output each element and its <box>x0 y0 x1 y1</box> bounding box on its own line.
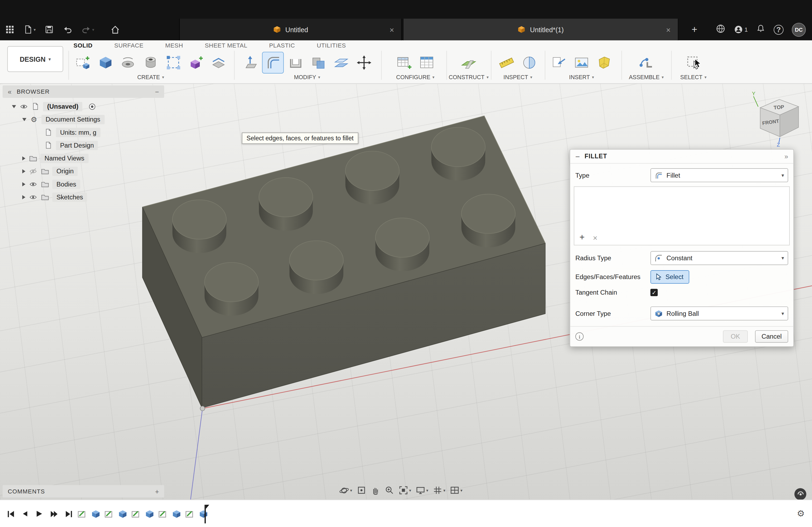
select-button[interactable]: Select <box>650 270 689 284</box>
timeline-feature-extrude[interactable] <box>144 508 155 520</box>
browser-item-label[interactable]: Sketches <box>52 192 87 202</box>
create-form-icon[interactable] <box>186 52 206 73</box>
status-icon[interactable] <box>794 488 806 500</box>
look-at-icon[interactable] <box>357 486 366 495</box>
document-tab-untitled-1[interactable]: Untitled*(1) × <box>403 18 678 40</box>
press-pull-icon[interactable] <box>240 52 260 73</box>
browser-item-label[interactable]: Units: mm, g <box>56 128 100 137</box>
save-icon[interactable] <box>45 25 54 34</box>
insert-derive-icon[interactable] <box>548 52 569 73</box>
step-back-icon[interactable] <box>21 510 29 517</box>
pattern-icon[interactable] <box>163 52 184 73</box>
timeline-feature-extrude[interactable] <box>171 508 182 520</box>
construction-plane-icon[interactable] <box>458 52 479 73</box>
decal-icon[interactable] <box>594 52 615 73</box>
group-label-insert[interactable]: INSERT▾ <box>547 74 616 80</box>
tab-solid[interactable]: SOLID <box>73 41 93 50</box>
expand-caret-icon[interactable] <box>12 105 16 108</box>
browser-item-label[interactable]: (Unsaved) <box>43 102 83 111</box>
orbit-icon[interactable]: ▾ <box>339 485 352 495</box>
add-selection-set-icon[interactable]: + <box>579 232 584 243</box>
timeline-feature-sketch[interactable] <box>185 508 196 520</box>
collaboration-icon[interactable]: 1 <box>734 25 748 34</box>
view-cube[interactable]: Y TOP FRONT Z <box>751 89 809 147</box>
group-label-configure[interactable]: CONFIGURE▾ <box>385 74 446 80</box>
tab-surface[interactable]: SURFACE <box>113 41 145 50</box>
user-avatar[interactable]: DC <box>792 22 806 36</box>
corner-type-dropdown[interactable]: Rolling Ball ▾ <box>650 306 788 320</box>
configuration-icon[interactable] <box>394 52 414 73</box>
offset-face-icon[interactable] <box>331 52 351 73</box>
visibility-eye-icon[interactable] <box>28 180 37 188</box>
info-icon[interactable]: i <box>576 332 584 341</box>
type-dropdown[interactable]: Fillet ▾ <box>650 168 788 182</box>
configuration-table-icon[interactable] <box>417 52 437 73</box>
brick-stud[interactable] <box>345 151 399 205</box>
browser-item-label[interactable]: Named Views <box>40 153 88 163</box>
group-label-select[interactable]: SELECT▾ <box>674 74 713 80</box>
visibility-eye-off-icon[interactable] <box>28 167 37 175</box>
group-label-modify[interactable]: MODIFY▾ <box>239 74 375 80</box>
timeline-feature-sketch[interactable] <box>157 508 169 520</box>
document-tab-untitled[interactable]: Untitled × <box>179 18 402 40</box>
expand-caret-icon[interactable] <box>22 169 26 173</box>
ok-button[interactable]: OK <box>723 330 748 343</box>
zoom-icon[interactable] <box>385 486 394 495</box>
combine-icon[interactable] <box>308 52 329 73</box>
brick-stud[interactable] <box>431 127 485 181</box>
fit-icon[interactable]: ▾ <box>399 486 411 495</box>
activate-radio-icon[interactable] <box>88 103 97 110</box>
browser-item-label[interactable]: Origin <box>52 166 78 176</box>
fillet-selection-list[interactable]: + × <box>574 186 790 245</box>
revolve-icon[interactable] <box>118 52 139 73</box>
new-tab-button[interactable]: + <box>686 18 702 40</box>
expand-caret-icon[interactable] <box>22 195 26 199</box>
brick-stud[interactable] <box>289 241 344 294</box>
timeline-settings-gear-icon[interactable]: ⚙ <box>797 500 805 527</box>
fillet-dialog-header[interactable]: − FILLET » <box>570 150 793 164</box>
expand-dialog-icon[interactable]: » <box>784 152 788 160</box>
group-label-construct[interactable]: CONSTRUCT▾ <box>447 74 490 80</box>
expand-caret-icon[interactable] <box>22 182 26 186</box>
visibility-eye-icon[interactable] <box>28 193 37 201</box>
help-icon[interactable]: ? <box>773 25 784 35</box>
step-forward-icon[interactable] <box>49 509 59 518</box>
file-menu-icon[interactable]: ▾ <box>23 25 36 34</box>
tab-mesh[interactable]: MESH <box>164 41 184 50</box>
app-grid-icon[interactable] <box>5 25 14 34</box>
remove-selection-set-icon[interactable]: × <box>593 233 597 242</box>
shell-icon[interactable] <box>286 52 306 73</box>
cancel-button[interactable]: Cancel <box>755 330 788 343</box>
display-settings-icon[interactable]: ▾ <box>416 486 428 495</box>
brick-stud[interactable] <box>205 262 259 316</box>
grid-settings-icon[interactable]: ▾ <box>433 486 445 495</box>
timeline-feature-sketch[interactable] <box>130 508 142 520</box>
timeline-feature-sketch[interactable] <box>104 508 115 520</box>
extension-icon[interactable] <box>715 24 726 35</box>
go-to-end-icon[interactable] <box>64 509 74 518</box>
notifications-bell-icon[interactable] <box>756 24 766 35</box>
browser-item-label[interactable]: Part Design <box>56 140 98 150</box>
add-comment-icon[interactable]: + <box>155 487 159 495</box>
viewports-icon[interactable]: ▾ <box>450 486 462 495</box>
minimize-panel-icon[interactable]: − <box>155 88 159 95</box>
expand-caret-icon[interactable] <box>22 156 26 160</box>
timeline-feature-extrude[interactable] <box>117 508 128 520</box>
go-to-start-icon[interactable] <box>6 509 16 518</box>
model-lego-brick[interactable] <box>142 116 545 408</box>
brick-stud[interactable] <box>375 218 429 271</box>
group-label-assemble[interactable]: ASSEMBLE▾ <box>626 74 667 80</box>
new-component-icon[interactable] <box>73 52 93 73</box>
brick-stud[interactable] <box>461 194 515 247</box>
pan-icon[interactable] <box>371 486 380 495</box>
browser-item-label[interactable]: Bodies <box>52 179 81 189</box>
tab-utilities[interactable]: UTILITIES <box>316 41 347 50</box>
workspace-selector[interactable]: DESIGN ▾ <box>7 46 63 72</box>
tab-plastic[interactable]: PLASTIC <box>268 41 296 50</box>
measure-icon[interactable] <box>496 52 517 73</box>
collapse-panel-icon[interactable]: « <box>8 88 12 95</box>
undo-icon[interactable] <box>62 25 73 35</box>
origin-point[interactable] <box>200 406 205 411</box>
group-label-inspect[interactable]: INSPECT▾ <box>492 74 544 80</box>
expand-caret-icon[interactable] <box>22 118 26 121</box>
